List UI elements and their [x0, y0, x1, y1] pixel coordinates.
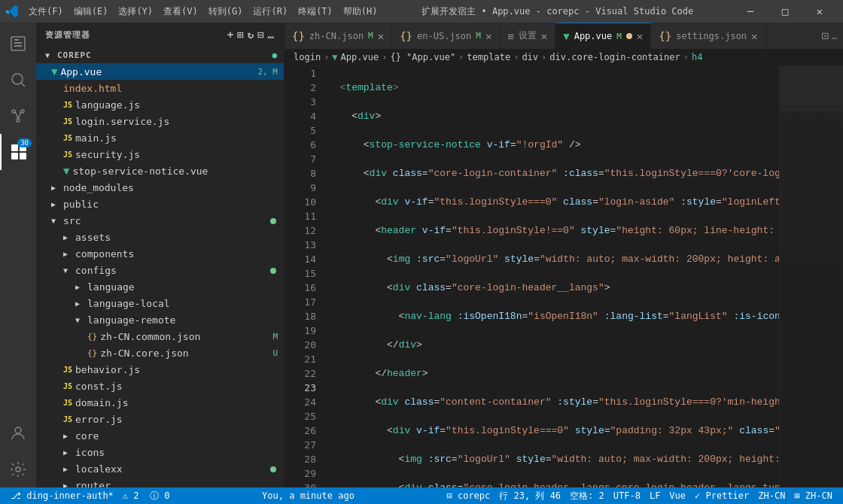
breadcrumb-obj[interactable]: {} "App.vue" — [390, 52, 455, 62]
menu-bar[interactable]: 文件(F) 编辑(E) 选择(Y) 查看(V) 转到(G) 运行(R) 终端(T… — [24, 4, 382, 20]
status-prettier[interactable]: ✓ Prettier — [690, 487, 753, 504]
breadcrumb: login › ▼ App.vue › {} "App.vue" › templ… — [285, 49, 843, 66]
collapse-all-icon[interactable]: ⊟ — [257, 29, 264, 41]
sidebar-item-language-js[interactable]: JS language.js — [36, 96, 284, 113]
sidebar-item-main-js[interactable]: JS main.js — [36, 129, 284, 146]
status-errors[interactable]: ⚠ 2 ⓘ 0 — [118, 487, 175, 504]
sidebar-item-language-remote[interactable]: ▼ language-remote — [36, 311, 284, 328]
status-encoding[interactable]: UTF-8 — [609, 487, 645, 504]
tab-label-en-us-json: en-US.json — [417, 31, 471, 41]
split-editor-icon[interactable]: ⊡ — [821, 29, 829, 43]
file-tree: ▼ COREPC ● ▼ App.vue 2, M index.html JS … — [36, 47, 284, 487]
code-editor[interactable]: <template> <div> <stop-service-notice v-… — [322, 66, 779, 487]
svg-line-6 — [15, 111, 18, 119]
sidebar-item-stop-service-notice[interactable]: ▼ stop-service-notice.vue — [36, 162, 284, 179]
activity-scm[interactable] — [0, 98, 36, 134]
svg-point-4 — [21, 110, 24, 113]
sidebar-item-zh-cn-common[interactable]: {} zh-CN.common.json M — [36, 328, 284, 345]
sidebar-item-behavior-js[interactable]: JS behavior.js — [36, 361, 284, 378]
sidebar-item-error-js[interactable]: JS error.js — [36, 411, 284, 427]
sidebar-item-app-vue[interactable]: ▼ App.vue 2, M — [36, 63, 284, 80]
sidebar-item-icons[interactable]: ▶ icons — [36, 444, 284, 460]
activity-settings[interactable] — [0, 451, 36, 487]
svg-rect-8 — [11, 144, 18, 151]
tab-close-app-vue[interactable]: ✕ — [637, 30, 643, 42]
editor-content: 12345 678910 1112131415 1617181920 21222… — [285, 66, 843, 487]
breadcrumb-core-login[interactable]: div.core-login-container — [549, 52, 680, 62]
activity-search[interactable] — [0, 62, 36, 98]
status-locale2[interactable]: ⊞ ZH-CN — [790, 487, 837, 504]
vscode-icon — [6, 5, 18, 17]
menu-goto[interactable]: 转到(G) — [204, 4, 248, 20]
sidebar-item-login-service-js[interactable]: JS login.service.js — [36, 113, 284, 129]
activity-explorer[interactable] — [0, 26, 36, 62]
tab-close-settings[interactable]: ✕ — [541, 30, 547, 42]
tab-label-settings: 设置 — [519, 29, 537, 42]
sidebar-item-core[interactable]: ▶ core — [36, 427, 284, 444]
status-line-col[interactable]: 行 23, 列 46 — [495, 487, 565, 504]
sidebar-item-zh-cn-core[interactable]: {} zh-CN.core.json U — [36, 345, 284, 361]
sidebar: 资源管理器 + ⊞ ↻ ⊟ … ▼ COREPC ● ▼ App.vue 2, … — [36, 23, 285, 487]
sidebar-item-language[interactable]: ▶ language — [36, 278, 284, 295]
sidebar-item-domain-js[interactable]: JS domain.js — [36, 394, 284, 411]
tab-zh-cn-json[interactable]: {} zh-CN.json M ✕ — [285, 23, 392, 49]
editor-area: {} zh-CN.json M ✕ {} en-US.json M ✕ ≡ 设置… — [285, 23, 843, 487]
sidebar-item-public[interactable]: ▶ public — [36, 196, 284, 212]
breadcrumb-login[interactable]: login — [294, 52, 321, 62]
maximize-button[interactable]: □ — [768, 0, 802, 23]
new-file-icon[interactable]: + — [227, 29, 234, 41]
sidebar-item-src[interactable]: ▼ src — [36, 212, 284, 229]
breadcrumb-div[interactable]: div — [522, 52, 538, 62]
more-actions-icon[interactable]: … — [268, 29, 275, 41]
menu-file[interactable]: 文件(F) — [24, 4, 68, 20]
sidebar-item-localexx[interactable]: ▶ localexx — [36, 460, 284, 477]
tab-close-en-us-json[interactable]: ✕ — [485, 30, 491, 42]
activity-account[interactable] — [0, 415, 36, 451]
minimize-button[interactable]: ─ — [733, 0, 768, 23]
tab-close-settings-json[interactable]: ✕ — [751, 30, 757, 42]
tab-settings[interactable]: ≡ 设置 ✕ — [500, 23, 555, 49]
sidebar-item-node-modules[interactable]: ▶ node_modules — [36, 179, 284, 196]
tab-label-app-vue: App.vue — [574, 31, 613, 41]
minimap — [779, 66, 843, 487]
status-locale[interactable]: ZH-CN — [753, 487, 790, 504]
breadcrumb-h4[interactable]: h4 — [692, 52, 702, 62]
sidebar-item-index-html[interactable]: index.html — [36, 80, 284, 96]
breadcrumb-template[interactable]: template — [467, 52, 510, 62]
status-spaces[interactable]: 空格: 2 — [565, 487, 609, 504]
more-editor-actions-icon[interactable]: … — [832, 31, 837, 41]
menu-run[interactable]: 运行(R) — [248, 4, 292, 20]
tab-label-zh-cn-json: zh-CN.json — [309, 31, 364, 41]
status-corepc[interactable]: ⊟ corepc — [443, 487, 495, 504]
git-branch-icon: ⎇ — [11, 490, 21, 501]
close-button[interactable]: ✕ — [802, 0, 837, 23]
activity-extensions[interactable]: 30 — [0, 134, 36, 170]
breadcrumb-app-vue[interactable]: App.vue — [341, 52, 379, 62]
menu-help[interactable]: 帮助(H) — [339, 4, 382, 20]
sidebar-header: 资源管理器 + ⊞ ↻ ⊟ … — [36, 23, 284, 47]
sidebar-item-security-js[interactable]: JS security.js — [36, 146, 284, 162]
refresh-icon[interactable]: ↻ — [248, 29, 254, 41]
status-eol[interactable]: LF — [645, 487, 665, 504]
status-language-mode[interactable]: Vue — [665, 487, 690, 504]
svg-point-3 — [12, 110, 15, 113]
new-folder-icon[interactable]: ⊞ — [237, 29, 244, 41]
tab-settings-json[interactable]: {} settings.json ✕ — [651, 23, 765, 49]
svg-rect-11 — [20, 153, 26, 159]
menu-view[interactable]: 查看(V) — [159, 4, 202, 20]
menu-edit[interactable]: 编辑(E) — [69, 4, 113, 20]
tree-root[interactable]: ▼ COREPC ● — [36, 47, 284, 63]
status-git-branch[interactable]: ⎇ ding-inner-auth* — [6, 487, 118, 504]
tab-close-zh-cn-json[interactable]: ✕ — [378, 30, 384, 42]
sidebar-item-language-local[interactable]: ▶ language-local — [36, 295, 284, 311]
sidebar-item-components[interactable]: ▶ components — [36, 245, 284, 262]
tab-app-vue[interactable]: ▼ App.vue M ✕ — [555, 23, 651, 49]
sidebar-item-router[interactable]: ▶ router — [36, 477, 284, 487]
menu-terminal[interactable]: 终端(T) — [294, 4, 337, 20]
sidebar-item-configs[interactable]: ▼ configs — [36, 262, 284, 278]
window-controls: ─ □ ✕ — [733, 0, 837, 23]
menu-select[interactable]: 选择(Y) — [114, 4, 157, 20]
tab-en-us-json[interactable]: {} en-US.json M ✕ — [392, 23, 500, 49]
sidebar-item-const-js[interactable]: JS const.js — [36, 378, 284, 394]
sidebar-item-assets[interactable]: ▶ assets — [36, 229, 284, 245]
